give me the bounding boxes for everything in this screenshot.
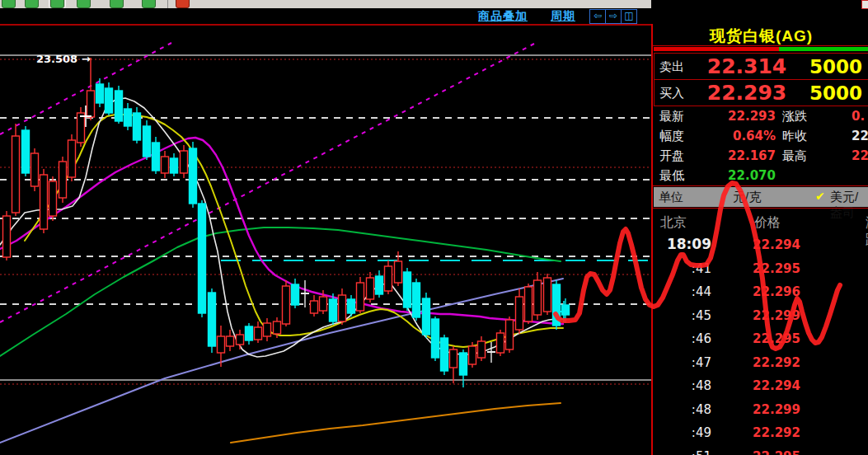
top-toolbar [0,0,651,8]
toolbar-button[interactable] [50,0,64,8]
tick-price: 22.299 [728,402,800,417]
instrument-title: 现货白银(AG) [653,26,868,47]
tick-price: 22.299 [728,308,800,323]
tick-price: 22.296 [728,284,800,299]
sell-label: 卖出 [659,59,684,75]
tick-time: :48 [660,402,711,417]
check-icon: ✔ [815,190,825,203]
tick-header-price: 价格 [754,214,781,232]
toolbar-separator [167,0,168,8]
tick-price: 22.292 [728,355,800,370]
tick-row: :4122.295 [654,257,868,280]
info-label: 最低 [659,168,684,184]
tick-row: :4522.299 [654,304,868,327]
info-row: 最新22.293涨跌0. [654,106,868,126]
tick-time: :47 [660,355,711,370]
tick-price: 22.294 [728,237,800,252]
buy-label: 买入 [659,86,684,101]
sell-price: 22.314 [697,54,796,78]
unit-option-gram[interactable]: 元/克 [733,190,761,205]
tick-time: :44 [660,284,711,299]
tick-table: 18:0922.294:4122.295:4422.296:4522.299:4… [654,233,868,455]
divider [653,208,868,209]
tick-time: 18:09 [660,236,711,252]
tick-header-time: 北京 [660,214,687,232]
tick-row: 18:0922.294 [654,233,868,256]
tick-price: 22.295 [728,261,800,276]
info-label: 昨收 [782,129,807,144]
quote-panel: 现货白银(AG) 卖出 22.314 5000 买入 22.293 5000 最… [651,24,868,455]
info-label: 幅度 [659,129,684,144]
info-value: 0.64% [703,129,776,143]
buy-quantity: 5000 [809,82,862,104]
info-value-clipped: 22. [852,129,868,143]
info-label: 最高 [782,148,807,164]
tick-row: :5122.295 [654,445,868,455]
tick-time: :45 [660,308,711,323]
unit-label: 单位 [659,190,683,205]
tick-price: 22.295 [728,449,800,455]
overlay-compare-link[interactable]: 商品叠加 [478,9,528,24]
divider [653,45,868,46]
tick-time: :51 [660,449,711,455]
buy-price: 22.293 [697,81,796,105]
price-level-label: 23.508 → [36,53,91,65]
tick-time: :46 [660,331,711,346]
tick-row: :4822.299 [654,398,868,421]
tick-price: 22.294 [728,378,800,393]
toolbar-button[interactable] [77,0,91,8]
toolbar-button[interactable] [110,0,124,8]
split-window-icon[interactable]: ◫ [621,9,637,24]
buy-row: 买入 22.293 5000 [654,79,868,106]
tick-time: :48 [660,378,711,393]
tick-table-header: 北京 价格 涨跌 [654,210,868,233]
arrow-right-icon[interactable]: ⇨ [605,9,622,24]
tick-price: 22.295 [728,331,800,346]
toolbar-button[interactable] [176,0,190,8]
toolbar-button[interactable] [2,0,16,8]
tick-time: :41 [660,261,711,276]
info-value-clipped: 0. [852,109,865,124]
trading-app-window: { "toolbar": { "buttons": [ {"x":2,"c":"… [0,0,868,455]
tick-row: :4722.292 [654,351,868,374]
tick-row: :4922.292 [654,421,868,444]
divider [653,185,868,186]
info-label: 开盘 [659,148,684,164]
info-label: 涨跌 [782,109,807,124]
sell-quantity: 5000 [809,56,862,77]
info-value: 22.167 [703,148,776,163]
info-row: 最低22.070 [654,166,868,185]
info-row: 开盘22.167最高22. [654,146,868,166]
buy-sell-ratio-red [654,47,779,51]
tick-time: :49 [660,425,711,440]
sell-row: 卖出 22.314 5000 [654,53,868,80]
toolbar-button[interactable] [142,0,156,8]
period-link[interactable]: 周期 [551,9,575,24]
tick-row: :4422.296 [654,280,868,303]
buy-sell-ratio-green [779,47,868,51]
tick-row: :4622.295 [654,327,868,350]
info-value: 22.070 [703,168,776,183]
arrow-left-icon[interactable]: ⇦ [589,9,606,24]
quote-info-box: 最新22.293涨跌0.幅度0.64%昨收22.开盘22.167最高22.最低2… [654,106,868,185]
candlestick-chart[interactable]: 23.508 → [0,26,651,455]
chart-header-bar: 商品叠加 周期 ⇦ ⇨ ◫ [0,8,651,24]
info-value: 22.293 [703,109,776,124]
toolbar-button[interactable] [25,0,39,8]
tick-row: :4822.294 [654,374,868,397]
unit-selector-bar: 单位 元/克 ✔ 美元/盎司 [654,187,868,207]
toolbar-close-button[interactable] [861,0,868,9]
info-row: 幅度0.64%昨收22. [654,126,868,146]
info-value-clipped: 22. [852,148,868,163]
info-label: 最新 [659,109,684,124]
tick-price: 22.292 [728,425,800,440]
